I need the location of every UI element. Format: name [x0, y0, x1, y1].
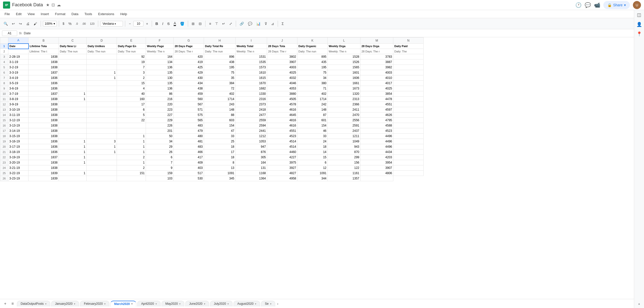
user-avatar[interactable]: U	[633, 1, 641, 9]
cell-5-2[interactable]	[59, 65, 87, 70]
cell-14-1[interactable]: 1838	[29, 112, 59, 118]
cell-15-7[interactable]: 603	[204, 118, 236, 123]
cell-h2[interactable]: Daily: The nun	[204, 49, 236, 54]
cell-23-5[interactable]: 7	[146, 160, 174, 165]
cell-15-8[interactable]: 2559	[236, 118, 267, 123]
cell-24-1[interactable]: 1838	[29, 165, 59, 171]
cell-11-7[interactable]: 1714	[204, 97, 236, 102]
cell-6-11[interactable]: 1601	[328, 70, 360, 75]
cell-18-8[interactable]: 1212	[236, 134, 267, 139]
row-header-23[interactable]: 23	[0, 160, 8, 165]
cell-4-13[interactable]	[393, 59, 424, 65]
cell-c2[interactable]: Daily: The nun	[59, 49, 87, 54]
cell-d1[interactable]: Daily Unlikes	[87, 44, 117, 49]
cell-7-6[interactable]: 430	[174, 75, 204, 81]
cell-4-2[interactable]	[59, 59, 87, 65]
cell-18-4[interactable]: 1	[117, 134, 146, 139]
cell-12-13[interactable]	[393, 102, 424, 107]
cell-15-5[interactable]: 229	[146, 118, 174, 123]
cell-19-2[interactable]: 1	[59, 139, 87, 144]
cell-3-2[interactable]	[59, 54, 87, 59]
cell-i1[interactable]: Weekly Total	[236, 44, 267, 49]
cell-25-13[interactable]	[393, 171, 424, 176]
cell-6-9[interactable]: 4025	[267, 70, 297, 75]
cell-23-6[interactable]: 409	[174, 160, 204, 165]
row-header-17[interactable]: 17	[0, 128, 8, 134]
row-header-2[interactable]: 2	[0, 49, 8, 54]
cell-13-3[interactable]	[87, 107, 117, 112]
cell-19-10[interactable]: 24	[297, 139, 328, 144]
col-header-h[interactable]: H	[204, 38, 236, 44]
scroll-right-icon[interactable]: ›	[277, 302, 278, 306]
cell-19-5[interactable]: 34	[146, 139, 174, 144]
sheet-tab-dropdown[interactable]: ▾	[270, 302, 271, 305]
cell-26-8[interactable]: 1364	[236, 176, 267, 181]
cell-15-3[interactable]	[87, 118, 117, 123]
cell-18-5[interactable]: 50	[146, 134, 174, 139]
cell-17-11[interactable]: 2437	[328, 128, 360, 134]
cell-22-5[interactable]: 6	[146, 155, 174, 160]
cell-23-10[interactable]: 6	[297, 160, 328, 165]
cell-23-13[interactable]	[393, 160, 424, 165]
cell-8-4[interactable]: 15	[117, 81, 146, 86]
cell-20-2[interactable]: 1	[59, 144, 87, 149]
cell-10-1[interactable]: 1837	[29, 91, 59, 97]
cell-a1[interactable]: Date	[8, 44, 29, 49]
cell-6-2[interactable]	[59, 70, 87, 75]
cell-24-3[interactable]	[87, 165, 117, 171]
cell-21-8[interactable]: 876	[236, 149, 267, 155]
cell-8-5[interactable]: 135	[146, 81, 174, 86]
cell-11-2[interactable]: 1	[59, 97, 87, 102]
col-header-b[interactable]: B	[29, 38, 59, 44]
cell-24-6[interactable]: 403	[174, 165, 204, 171]
row-header-9[interactable]: 9	[0, 86, 8, 91]
cell-7-11[interactable]: 1606	[328, 75, 360, 81]
italic-button[interactable]: I	[161, 20, 165, 27]
merge-button[interactable]: ⊟	[197, 21, 203, 27]
cell-20-1[interactable]: 1836	[29, 144, 59, 149]
cell-4-11[interactable]: 1526	[328, 59, 360, 65]
cell-14-4[interactable]: 5	[117, 112, 146, 118]
video-icon[interactable]: 📹	[594, 2, 600, 8]
row-header-14[interactable]: 14	[0, 112, 8, 118]
cell-12-1[interactable]: 1838	[29, 102, 59, 107]
cell-11-4[interactable]: 160	[117, 97, 146, 102]
sheet-tab-july2020[interactable]: July2020 ▾	[210, 301, 233, 306]
cell-10-5[interactable]: 86	[146, 91, 174, 97]
cell-26-11[interactable]: 1357	[328, 176, 360, 181]
cell-17-0[interactable]: 3-14-19	[8, 128, 29, 134]
cell-24-4[interactable]: 2	[117, 165, 146, 171]
cell-i2[interactable]: Weekly: The n	[236, 49, 267, 54]
cell-19-0[interactable]: 3-16-19	[8, 139, 29, 144]
cell-20-11[interactable]: 943	[328, 144, 360, 149]
cell-5-12[interactable]: 3982	[360, 65, 393, 70]
share-button[interactable]: 🔒 Share ▾	[603, 1, 630, 9]
cell-b2[interactable]: Lifetime: The t	[29, 49, 59, 54]
borders-button[interactable]: ⊞	[190, 21, 196, 27]
cell-reference-input[interactable]	[2, 30, 17, 36]
cell-25-7[interactable]: 1091	[204, 171, 236, 176]
cell-20-8[interactable]: 947	[236, 144, 267, 149]
cell-14-3[interactable]	[87, 112, 117, 118]
cell-21-3[interactable]: 1	[87, 149, 117, 155]
cell-17-8[interactable]: 2441	[236, 128, 267, 134]
cell-12-12[interactable]: 4551	[360, 102, 393, 107]
cell-8-6[interactable]: 434	[174, 81, 204, 86]
align-horizontal-button[interactable]: ≡	[208, 21, 213, 27]
cell-8-11[interactable]: 1661	[328, 81, 360, 86]
font-size-increase-button[interactable]: +	[144, 21, 149, 27]
cell-19-9[interactable]: 4514	[267, 139, 297, 144]
cell-f1[interactable]: Weekly Page	[146, 44, 174, 49]
cell-20-9[interactable]: 4514	[267, 144, 297, 149]
cell-3-11[interactable]: 1528	[328, 54, 360, 59]
col-header-f[interactable]: F	[146, 38, 174, 44]
cell-l1[interactable]: Weekly Orga	[328, 44, 360, 49]
cell-14-5[interactable]: 227	[146, 112, 174, 118]
cell-3-3[interactable]	[87, 54, 117, 59]
cell-14-6[interactable]: 575	[174, 112, 204, 118]
cell-14-0[interactable]: 3-11-19	[8, 112, 29, 118]
cell-24-5[interactable]: 9	[146, 165, 174, 171]
cell-7-3[interactable]: 1	[87, 75, 117, 81]
row-header-13[interactable]: 13	[0, 107, 8, 112]
cell-9-7[interactable]: 72	[204, 86, 236, 91]
